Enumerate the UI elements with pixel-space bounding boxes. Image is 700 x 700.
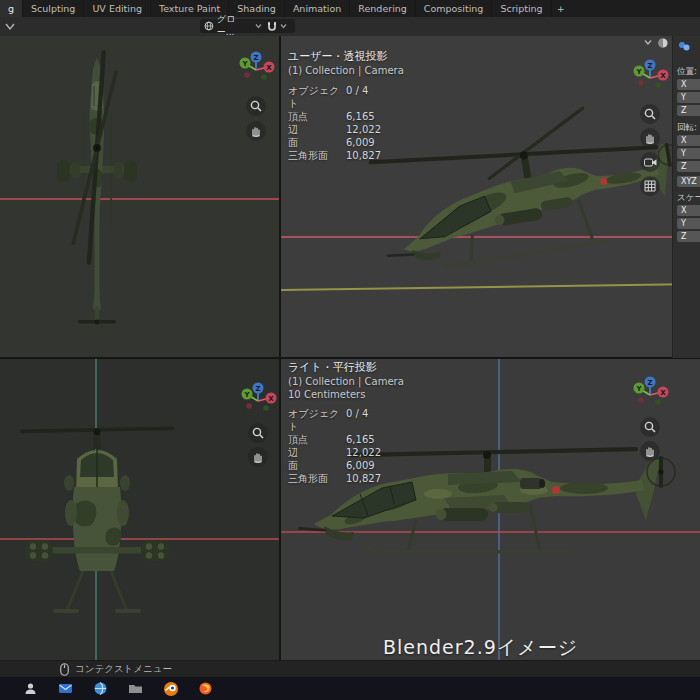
workspace-tab-modeling-cut[interactable]: g [0,0,23,17]
scale-indicator: 10 Centimeters [288,388,408,401]
svg-text:X: X [266,64,272,72]
app-icon-firefox[interactable] [197,680,214,697]
viewport-top-left[interactable]: Z Y X [0,36,279,357]
globe-icon [204,21,214,31]
stat-faces: 面6,009 [288,459,408,472]
svg-text:Z: Z [255,385,260,393]
view-name: ライト・平行投影 [288,361,408,374]
chevron-down-icon [255,23,262,29]
viewport-overlay-info: ライト・平行投影 (1) Collection | Camera 10 Cent… [288,361,408,485]
workspace-tab-sculpting[interactable]: Sculpting [23,0,84,17]
location-x-field[interactable]: X [677,79,700,90]
magnifier-icon [644,108,656,120]
svg-text:Y: Y [635,68,642,76]
sidebar-transform-panel: 位置: X Y Z 回転: X Y Z XYZ スケー X Y Z [672,36,700,358]
workspace-tab-scripting[interactable]: Scripting [492,0,551,17]
svg-text:X: X [660,389,666,397]
stat-triangles: 三角形面10,827 [288,472,408,485]
chevron-down-icon[interactable] [644,39,652,46]
magnifier-icon [644,421,656,433]
breadcrumb: (1) Collection | Camera [288,375,408,388]
hand-icon [252,451,264,463]
stat-triangles: 三角形面10,827 [288,149,408,162]
pan-button[interactable] [640,441,660,461]
viewport-top-right[interactable]: ユーザー・透視投影 (1) Collection | Camera オブジェクト… [281,36,700,357]
workspace-tab-bar: g Sculpting UV Editing Texture Paint Sha… [0,0,700,17]
location-y-field[interactable]: Y [677,92,700,103]
hand-icon [644,445,656,457]
breadcrumb: (1) Collection | Camera [288,64,408,77]
viewport-bottom-right[interactable]: ライト・平行投影 (1) Collection | Camera 10 Cent… [281,359,700,660]
navigation-axis-gizmo[interactable]: Z Y X [630,58,670,98]
scale-x-field[interactable]: X [677,205,700,216]
zoom-button[interactable] [640,417,660,437]
pan-button[interactable] [248,447,268,467]
blender-app-icon[interactable] [162,680,179,697]
chevron-down-icon [280,23,287,29]
add-workspace-button[interactable]: + [552,0,570,17]
app-icon-people[interactable] [22,680,39,697]
navigation-axis-gizmo[interactable]: Z Y X [630,375,670,415]
status-bar: コンテクストメニュー [0,660,700,678]
helicopter-model-front-view[interactable] [17,413,177,648]
magnifier-icon [252,427,264,439]
blender-window: g Sculpting UV Editing Texture Paint Sha… [0,0,700,700]
svg-text:Y: Y [243,391,250,399]
app-icon-folder[interactable] [127,680,144,697]
svg-text:Z: Z [253,54,258,62]
snap-toggle[interactable] [263,19,295,33]
hand-icon [644,132,656,144]
view-layer-icon[interactable] [678,40,690,52]
zoom-button[interactable] [640,104,660,124]
svg-text:Y: Y [635,385,642,393]
rotation-label: 回転: [677,122,697,134]
pan-button[interactable] [640,128,660,148]
collapse-chevron-icon[interactable] [5,22,15,31]
stat-objects: オブジェクト0 / 4 [288,84,408,110]
context-menu-hint: コンテクストメニュー [75,663,172,676]
helicopter-model-perspective[interactable] [368,102,680,297]
camera-icon [644,157,657,168]
helicopter-model-top-view[interactable] [37,50,157,342]
hand-icon [250,125,262,137]
location-z-field[interactable]: Z [677,105,700,116]
rotation-z-field[interactable]: Z [677,161,700,172]
workspace-tab-uv-editing[interactable]: UV Editing [84,0,151,17]
stat-edges: 辺12,022 [288,123,408,136]
location-label: 位置: [677,66,697,78]
workspace-tab-compositing[interactable]: Compositing [416,0,493,17]
magnifier-icon [250,100,262,112]
rotation-x-field[interactable]: X [677,135,700,146]
scale-label: スケー [677,192,700,204]
workspace-tab-rendering[interactable]: Rendering [350,0,416,17]
scale-y-field[interactable]: Y [677,218,700,229]
shading-sphere-icon[interactable] [657,37,669,49]
viewport-overlay-info: ユーザー・透視投影 (1) Collection | Camera オブジェクト… [288,50,408,162]
toggle-grid-button[interactable] [640,176,660,196]
os-taskbar [0,677,700,700]
rotation-y-field[interactable]: Y [677,148,700,159]
camera-view-button[interactable] [640,152,660,172]
app-icon-mail[interactable] [57,680,74,697]
workspace-tab-animation[interactable]: Animation [285,0,350,17]
stat-faces: 面6,009 [288,136,408,149]
mouse-icon [60,663,69,676]
pan-button[interactable] [246,121,266,141]
svg-text:X: X [660,72,666,80]
zoom-button[interactable] [248,423,268,443]
viewport-header: グロー... [0,17,700,37]
svg-text:Y: Y [241,60,248,68]
scale-z-field[interactable]: Z [677,231,700,242]
magnet-icon [267,21,277,32]
grid-icon [644,180,656,192]
svg-text:Z: Z [647,379,652,387]
navigation-axis-gizmo[interactable]: Z Y X [238,381,278,421]
stat-vertices: 頂点6,165 [288,110,408,123]
app-icon-browser[interactable] [92,680,109,697]
stat-vertices: 頂点6,165 [288,433,408,446]
zoom-button[interactable] [246,96,266,116]
rotation-mode-dropdown[interactable]: XYZ [677,176,700,187]
transform-orientation-dropdown[interactable]: グロー... [200,19,266,33]
navigation-axis-gizmo[interactable]: Z Y X [236,50,276,90]
viewport-bottom-left[interactable]: Z Y X [0,359,279,660]
